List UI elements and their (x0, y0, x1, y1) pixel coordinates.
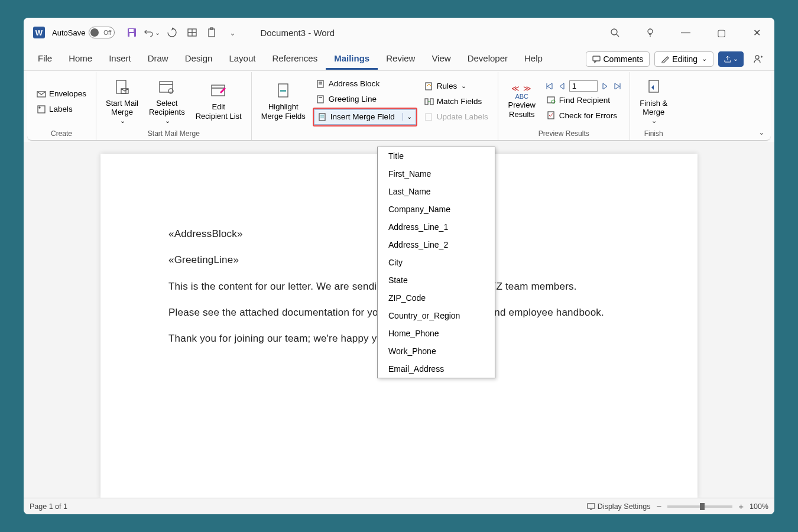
merge-field-item[interactable]: Country_or_Region (378, 307, 495, 325)
close-button[interactable]: ✕ (745, 24, 768, 41)
merge-field-item[interactable]: Home_Phone (378, 325, 495, 342)
tab-review[interactable]: Review (378, 48, 423, 70)
group-label: Finish (644, 128, 663, 139)
zoom-out-button[interactable]: − (656, 501, 661, 511)
share-button[interactable]: ⌄ (718, 51, 744, 67)
rules-button[interactable]: Rules⌄ (421, 79, 492, 93)
check-errors-button[interactable]: Check for Errors (543, 108, 624, 122)
group-label: Preview Results (539, 128, 589, 139)
tab-developer[interactable]: Developer (459, 48, 516, 70)
group-preview-results: ≪ ≫ABCPreview Results Find Recipient Che… (498, 72, 630, 140)
toggle-switch[interactable]: Off (89, 27, 115, 38)
undo-icon[interactable]: ⌄ (144, 24, 160, 41)
page-indicator[interactable]: Page 1 of 1 (30, 502, 67, 511)
merge-field-item[interactable]: Last_Name (378, 183, 495, 200)
svg-rect-29 (317, 96, 323, 103)
table-icon[interactable] (184, 24, 200, 41)
merge-field-item[interactable]: State (378, 271, 495, 289)
svg-point-8 (611, 29, 617, 35)
svg-point-17 (39, 107, 40, 108)
ribbon-tabs: FileHomeInsertDrawDesignLayoutReferences… (24, 47, 774, 71)
svg-rect-25 (280, 90, 286, 92)
merge-field-item[interactable]: ZIP_Code (378, 289, 495, 307)
svg-rect-38 (426, 113, 432, 121)
zoom-in-button[interactable]: + (738, 501, 744, 511)
highlight-merge-fields-button[interactable]: Highlight Merge Fields (258, 79, 309, 123)
toggle-knob (90, 28, 99, 37)
envelopes-button[interactable]: Envelopes (33, 87, 90, 101)
preview-results-button[interactable]: ≪ ≫ABCPreview Results (504, 82, 540, 122)
zoom-slider[interactable] (667, 505, 732, 508)
group-label: Start Mail Merge (148, 128, 200, 139)
display-settings-button[interactable]: Display Settings (587, 502, 651, 511)
tab-draw[interactable]: Draw (140, 48, 177, 70)
merge-field-item[interactable]: Title (378, 147, 495, 165)
paste-icon[interactable] (204, 24, 220, 41)
merge-field-item[interactable]: Email_Address (378, 360, 495, 378)
svg-rect-34 (426, 83, 432, 90)
merge-field-item[interactable]: City (378, 254, 495, 271)
find-recipient-button[interactable]: Find Recipient (543, 93, 624, 107)
group-finish: Finish & Merge⌄ Finish (630, 72, 677, 140)
statusbar: Page 1 of 1 Display Settings − + 100% (24, 498, 774, 514)
qat-customize-icon[interactable]: ⌄ (224, 24, 241, 41)
document-title: Document3 - Word (260, 28, 335, 38)
autosave-toggle[interactable]: AutoSave Off (52, 27, 115, 38)
record-number-input[interactable] (569, 80, 598, 92)
merge-field-item[interactable]: Company_Name (378, 200, 495, 218)
labels-button[interactable]: Labels (33, 102, 90, 116)
collapse-ribbon-icon[interactable]: ⌄ (758, 128, 765, 137)
tab-home[interactable]: Home (60, 48, 100, 70)
edit-recipient-list-button[interactable]: Edit Recipient List (192, 79, 245, 123)
svg-rect-1 (129, 29, 134, 32)
merge-field-item[interactable]: First_Name (378, 165, 495, 183)
svg-rect-19 (160, 82, 173, 92)
insert-merge-field-dropdown: TitleFirst_NameLast_NameCompany_NameAddr… (377, 147, 495, 378)
first-record-icon[interactable] (543, 82, 555, 91)
tab-file[interactable]: File (30, 48, 60, 70)
maximize-button[interactable]: ▢ (709, 24, 733, 41)
group-label: Create (51, 128, 72, 139)
group-write-insert: Highlight Merge Fields Address Block Gre… (252, 72, 498, 140)
tab-mailings[interactable]: Mailings (326, 48, 378, 70)
group-label (374, 128, 375, 139)
editing-mode-button[interactable]: Editing⌄ (654, 51, 713, 67)
tab-insert[interactable]: Insert (100, 48, 140, 70)
match-fields-button[interactable]: Match Fields (421, 95, 492, 109)
group-start-mail-merge: Start Mail Merge⌄ Select Recipients⌄ Edi… (96, 72, 252, 140)
select-recipients-button[interactable]: Select Recipients⌄ (145, 76, 189, 127)
merge-field-item[interactable]: Address_Line_2 (378, 236, 495, 254)
svg-line-9 (617, 34, 619, 37)
merge-field-item[interactable]: Work_Phone (378, 342, 495, 360)
save-icon[interactable] (124, 24, 140, 41)
svg-rect-43 (588, 504, 595, 508)
tab-layout[interactable]: Layout (220, 48, 264, 70)
last-record-icon[interactable] (612, 82, 624, 91)
minimize-button[interactable]: — (674, 24, 698, 41)
start-mail-merge-button[interactable]: Start Mail Merge⌄ (102, 76, 142, 127)
comments-button[interactable]: Comments (586, 51, 650, 67)
redo-icon[interactable] (164, 24, 180, 41)
prev-record-icon[interactable] (556, 82, 568, 91)
finish-merge-button[interactable]: Finish & Merge⌄ (636, 76, 672, 127)
tab-references[interactable]: References (264, 48, 326, 70)
word-app-icon: W (33, 27, 45, 38)
autosave-label: AutoSave (52, 28, 85, 37)
search-icon[interactable] (603, 24, 627, 41)
tab-design[interactable]: Design (177, 48, 221, 70)
greeting-line-button[interactable]: Greeting Line (313, 92, 417, 106)
update-labels-button: Update Labels (421, 110, 492, 124)
zoom-level[interactable]: 100% (750, 502, 768, 511)
address-block-button[interactable]: Address Block (313, 77, 417, 91)
group-create: Envelopes Labels Create (27, 72, 96, 140)
tab-view[interactable]: View (423, 48, 459, 70)
zoom-thumb[interactable] (700, 503, 705, 510)
person-icon[interactable] (750, 51, 767, 67)
tab-help[interactable]: Help (516, 48, 551, 70)
lightbulb-icon[interactable] (638, 24, 662, 41)
next-record-icon[interactable] (599, 82, 611, 91)
svg-rect-13 (593, 56, 600, 61)
merge-field-item[interactable]: Address_Line_1 (378, 218, 495, 236)
insert-merge-field-button[interactable]: Insert Merge Field⌄ (314, 109, 416, 125)
svg-rect-6 (209, 29, 215, 37)
